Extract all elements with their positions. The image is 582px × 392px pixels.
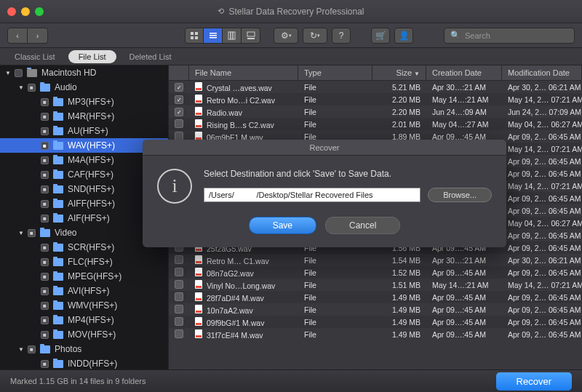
file-icon (195, 305, 202, 313)
tree-item[interactable]: ■FLC(HFS+) (0, 255, 168, 269)
row-checkbox[interactable] (175, 255, 183, 264)
tree-checkbox[interactable]: ■ (41, 360, 49, 368)
tree-checkbox[interactable]: ■ (41, 215, 49, 223)
tree-label: WAV(HFS+) (68, 140, 115, 151)
save-button[interactable]: Save (249, 217, 316, 234)
tree-item[interactable]: ■MP4(HFS+) (0, 313, 168, 327)
tree-checkbox[interactable]: ■ (41, 171, 49, 179)
cart-button[interactable]: 🛒 (371, 28, 390, 44)
close-window-icon[interactable] (7, 7, 16, 16)
table-row[interactable]: ✓Retro Mo…i C2.wavFile2.20 MBMay 14…:21 … (169, 93, 582, 105)
view-column-button[interactable] (223, 28, 242, 44)
row-checkbox[interactable]: ✓ (175, 83, 183, 92)
minimize-window-icon[interactable] (21, 7, 30, 16)
disclosure-icon[interactable]: ▼ (4, 70, 12, 76)
view-gallery-button[interactable] (242, 28, 260, 44)
table-row[interactable]: Rising B…s C2.wavFile2.01 MBMay 04…:27 A… (169, 118, 582, 130)
tree-checkbox[interactable]: ■ (41, 316, 49, 324)
file-type: File (298, 305, 372, 314)
table-row[interactable]: ✓Crystal …aves.wavFile5.21 MBApr 30…:21 … (169, 81, 582, 93)
tree-checkbox[interactable]: ■ (41, 113, 49, 121)
forward-button[interactable]: › (28, 28, 48, 44)
tree-item[interactable]: ▼■Photos (0, 342, 168, 356)
tree-item[interactable]: ▼■Audio (0, 80, 168, 95)
disclosure-icon[interactable]: ▼ (17, 230, 25, 236)
file-mdate: Apr 09, 2… 06:45 AM (502, 244, 582, 252)
row-checkbox[interactable] (175, 317, 183, 326)
table-row[interactable]: 09f9bG#1 M.wavFile1.49 MBApr 09…:45 AMAp… (169, 316, 582, 328)
tree-checkbox[interactable]: ■ (41, 258, 49, 266)
tree-checkbox[interactable]: ■ (41, 156, 49, 164)
row-checkbox[interactable] (175, 305, 183, 313)
row-checkbox[interactable] (175, 329, 183, 338)
tree-checkbox[interactable]: ■ (41, 185, 49, 193)
browse-button[interactable]: Browse... (428, 188, 492, 202)
tree-checkbox[interactable]: ■ (28, 84, 36, 92)
table-row[interactable]: 28f7aD#4 M.wavFile1.49 MBApr 09…:45 AMAp… (169, 291, 582, 303)
tree-checkbox[interactable]: ■ (41, 98, 49, 106)
folder-icon (53, 113, 63, 121)
col-cdate[interactable]: Creation Date (426, 65, 502, 80)
view-list-button[interactable] (204, 28, 223, 44)
row-checkbox[interactable]: ✓ (175, 108, 183, 116)
row-checkbox[interactable] (175, 132, 183, 140)
table-row[interactable]: ✓Radio.wavFile2.20 MBJun 24…:09 AMJun 24… (169, 105, 582, 118)
search-icon: 🔍 (450, 31, 461, 40)
table-row[interactable]: 10n7aA2.wavFile1.49 MBApr 09…:45 AMApr 0… (169, 303, 582, 316)
settings-button[interactable]: ⚙▾ (274, 28, 298, 44)
col-mdate[interactable]: Modification Date (502, 65, 582, 80)
tree-checkbox[interactable]: ■ (28, 229, 36, 237)
file-type: File (298, 95, 372, 104)
tree-checkbox[interactable]: ■ (41, 244, 49, 252)
help-button[interactable]: ? (332, 28, 351, 44)
tab-file-list[interactable]: File List (68, 50, 116, 63)
tree-item[interactable]: ■MPEG(HFS+) (0, 269, 168, 284)
file-name: Radio.wav (207, 108, 242, 117)
tree-checkbox[interactable]: ■ (41, 200, 49, 208)
row-checkbox[interactable] (175, 119, 183, 128)
tree-item[interactable]: ■WMV(HFS+) (0, 298, 168, 313)
table-row[interactable]: 08n7aG2.wavFile1.52 MBApr 09…:45 AMApr 0… (169, 266, 582, 279)
tree-item[interactable]: ■AVI(HFS+) (0, 284, 168, 298)
tree-item[interactable]: ■MOV(HFS+) (0, 327, 168, 342)
table-row[interactable]: 31f7cE#4 M.wavFile1.49 MBApr 09…:45 AMAp… (169, 328, 582, 340)
tree-checkbox[interactable]: ■ (41, 331, 49, 339)
tree-checkbox[interactable]: ■ (41, 302, 49, 310)
tree-item[interactable]: ■M4R(HFS+) (0, 109, 168, 124)
search-input[interactable]: 🔍 Search (444, 28, 575, 44)
recover-button[interactable]: Recover (496, 372, 572, 391)
tab-deleted-list[interactable]: Deleted List (119, 50, 182, 63)
back-button[interactable]: ‹ (7, 28, 28, 44)
disclosure-icon[interactable]: ▼ (17, 346, 25, 353)
folder-icon (53, 171, 63, 179)
row-checkbox[interactable] (175, 280, 183, 289)
column-header[interactable]: File Name Type Size ▼ Creation Date Modi… (169, 65, 582, 81)
tree-item[interactable]: ■MP3(HFS+) (0, 95, 168, 109)
view-icon-button[interactable] (185, 28, 204, 44)
tree-checkbox[interactable]: ■ (41, 127, 49, 135)
row-checkbox[interactable]: ✓ (175, 95, 183, 104)
row-checkbox[interactable] (175, 292, 183, 301)
file-icon (195, 82, 202, 91)
tree-checkbox[interactable]: ■ (41, 273, 49, 281)
tree-item[interactable]: ■AU(HFS+) (0, 124, 168, 138)
history-button[interactable]: ↻▾ (303, 28, 327, 44)
zoom-window-icon[interactable] (35, 7, 44, 16)
tree-item[interactable]: ■INDD(HFS+) (0, 356, 168, 369)
tree-checkbox[interactable]: ■ (41, 287, 49, 295)
tree-checkbox[interactable]: ■ (41, 142, 49, 150)
user-button[interactable]: 👤 (394, 28, 413, 44)
table-row[interactable]: Vinyl No…Long.wavFile1.51 MBMay 14…:21 A… (169, 279, 582, 291)
tree-checkbox[interactable]: ■ (28, 345, 36, 353)
tree-checkbox[interactable] (15, 69, 23, 77)
col-type[interactable]: Type (298, 65, 372, 80)
col-size[interactable]: Size ▼ (372, 65, 426, 80)
tab-classic-list[interactable]: Classic List (4, 50, 65, 63)
row-checkbox[interactable] (175, 268, 183, 276)
cancel-button[interactable]: Cancel (325, 217, 400, 234)
col-name[interactable]: File Name (189, 65, 298, 80)
disclosure-icon[interactable]: ▼ (17, 84, 25, 91)
table-row[interactable]: Retro M… C1.wavFile1.54 MBApr 30…:21 AMA… (169, 254, 582, 266)
tree-item[interactable]: ▼Macintosh HD (0, 65, 168, 80)
destination-path-input[interactable] (204, 188, 420, 202)
